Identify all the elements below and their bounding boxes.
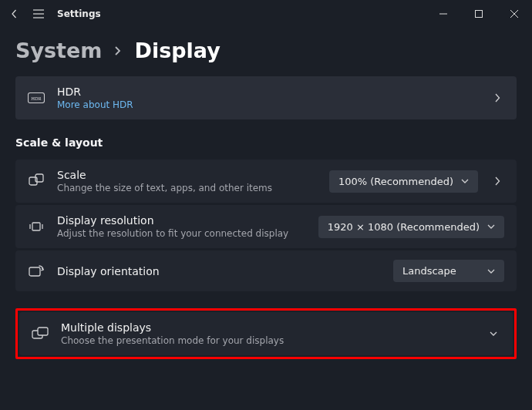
multiple-displays-row[interactable]: Multiple displays Choose the presentatio…	[19, 312, 513, 355]
hdr-title: HDR	[57, 86, 478, 98]
chevron-down-icon	[461, 178, 469, 184]
orientation-dropdown[interactable]: Landscape	[393, 260, 504, 282]
scale-sub: Change the size of text, apps, and other…	[57, 183, 317, 193]
highlight-box: Multiple displays Choose the presentatio…	[15, 308, 517, 359]
multiple-displays-icon	[32, 327, 49, 341]
resolution-row[interactable]: Display resolution Adjust the resolution…	[15, 205, 517, 248]
scale-dropdown[interactable]: 100% (Recommended)	[329, 170, 478, 193]
app-title: Settings	[57, 8, 101, 19]
orientation-dropdown-value: Landscape	[402, 265, 456, 277]
window-controls	[426, 0, 532, 28]
scale-dropdown-value: 100% (Recommended)	[338, 176, 453, 187]
titlebar-left: Settings	[9, 8, 101, 19]
titlebar: Settings	[0, 0, 532, 28]
hamburger-icon[interactable]	[32, 8, 45, 19]
maximize-button[interactable]	[461, 0, 497, 28]
orientation-icon	[28, 264, 45, 278]
svg-rect-11	[32, 223, 40, 230]
resolution-row-text: Display resolution Adjust the resolution…	[57, 214, 306, 239]
breadcrumb: System Display	[15, 39, 517, 62]
scale-layout-rows: Scale Change the size of text, apps, and…	[15, 160, 517, 291]
chevron-down-icon	[487, 223, 495, 230]
chevron-right-icon	[490, 93, 504, 102]
hdr-more-link[interactable]: More about HDR	[57, 99, 478, 110]
breadcrumb-current: Display	[134, 39, 220, 62]
orientation-title: Display orientation	[57, 265, 381, 277]
minimize-button[interactable]	[426, 0, 461, 28]
resolution-dropdown-value: 1920 × 1080 (Recommended)	[328, 221, 480, 233]
hdr-icon: HDR	[28, 92, 45, 103]
chevron-right-icon[interactable]	[490, 176, 504, 186]
svg-rect-14	[29, 267, 40, 276]
section-scale-layout-heading: Scale & layout	[15, 136, 517, 149]
hdr-card-text: HDR More about HDR	[57, 86, 478, 110]
multiple-displays-sub: Choose the presentation mode for your di…	[61, 335, 474, 346]
svg-text:HDR: HDR	[31, 96, 42, 101]
scale-row-text: Scale Change the size of text, apps, and…	[57, 169, 317, 193]
close-button[interactable]	[497, 0, 532, 28]
content-area: System Display HDR HDR More about HDR Sc…	[0, 28, 532, 359]
resolution-icon	[28, 220, 45, 234]
chevron-down-icon	[487, 268, 495, 274]
hdr-card[interactable]: HDR HDR More about HDR	[15, 76, 517, 119]
back-icon[interactable]	[9, 8, 20, 19]
resolution-sub: Adjust the resolution to fit your connec…	[57, 228, 306, 239]
scale-title: Scale	[57, 169, 317, 181]
svg-rect-16	[38, 328, 48, 335]
breadcrumb-parent[interactable]: System	[15, 39, 102, 62]
chevron-down-icon[interactable]	[487, 330, 500, 338]
scale-row[interactable]: Scale Change the size of text, apps, and…	[15, 160, 517, 203]
resolution-dropdown[interactable]: 1920 × 1080 (Recommended)	[318, 216, 504, 238]
multiple-displays-text: Multiple displays Choose the presentatio…	[61, 321, 474, 346]
resolution-title: Display resolution	[57, 214, 306, 227]
multiple-displays-title: Multiple displays	[61, 321, 474, 334]
chevron-right-icon	[114, 42, 122, 60]
scale-icon	[28, 173, 45, 189]
orientation-row[interactable]: Display orientation Landscape	[15, 250, 517, 291]
orientation-row-text: Display orientation	[57, 265, 381, 277]
svg-rect-4	[476, 11, 483, 18]
